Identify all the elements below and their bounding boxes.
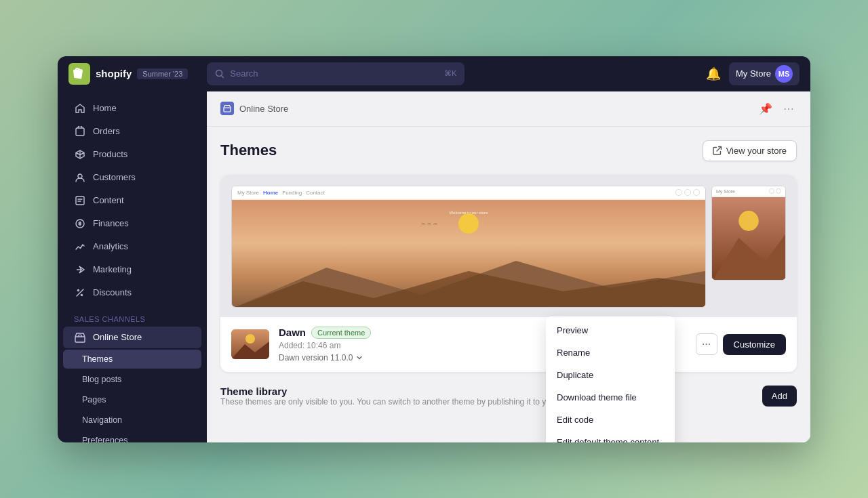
preview-desktop-content: Welcome to our store [232,200,705,308]
sidebar-label-products: Products [93,149,127,159]
theme-more-button[interactable]: ··· [696,333,717,355]
page-title-row: Themes View your store [220,140,797,161]
store-button[interactable]: My Store MS [729,62,800,85]
sidebar-item-products[interactable]: Products [63,144,201,165]
sidebar-item-analytics[interactable]: Analytics [63,236,201,257]
search-input[interactable] [230,68,439,79]
store-icon [74,331,86,344]
avatar: MS [775,65,793,83]
sidebar-label-pages: Pages [82,395,106,404]
sidebar-item-customers[interactable]: Customers [63,167,201,188]
search-bar: ⌘K [207,62,465,85]
svg-point-19 [245,334,255,344]
shopify-logo [68,63,90,85]
sidebar-item-finances[interactable]: Finances [63,213,201,234]
theme-preview-area: My Store Home Funding Contact [220,175,797,317]
svg-rect-1 [76,128,84,136]
svg-marker-14 [232,271,705,308]
search-icon [215,69,224,79]
theme-thumbnail [231,329,269,359]
sidebar-item-home[interactable]: Home [63,98,201,119]
sidebar-item-blog-posts[interactable]: Blog posts [63,370,201,389]
sales-channels-label: Sales channels [63,310,201,326]
logo-area: shopify Summer '23 [68,63,188,85]
sidebar-label-online-store: Online Store [93,332,142,342]
sidebar-item-navigation[interactable]: Navigation [63,411,201,430]
theme-actions: ··· Customize [696,333,786,355]
dropdown-item-edit-code[interactable]: Edit code [546,409,675,431]
dropdown-menu: Preview Rename Duplicate Download theme … [546,316,675,442]
content-icon [74,194,86,207]
dropdown-item-edit-default[interactable]: Edit default theme content [546,431,675,442]
header-actions: 📌 ⋯ [756,100,797,118]
preview-desktop: My Store Home Funding Contact [231,186,706,308]
summer-badge: Summer '23 [137,68,188,79]
main-layout: Home Orders Products Customers [58,91,810,442]
search-shortcut: ⌘K [444,69,456,78]
breadcrumb-store-icon [220,102,234,115]
pin-button[interactable]: 📌 [756,100,775,118]
page-title: Themes [220,142,277,159]
content-scroll: Themes View your store My Store Home F [207,127,810,442]
theme-card: My Store Home Funding Contact [220,175,797,372]
svg-rect-5 [75,337,85,342]
sidebar-label-discounts: Discounts [93,287,132,297]
sidebar-item-themes[interactable]: Themes [63,350,201,369]
chevron-down-icon [355,354,363,362]
theme-info-row: Dawn Current theme Added: 10:46 am Dawn … [220,317,797,372]
preview-mobile-content [712,197,785,281]
svg-point-16 [738,211,758,231]
svg-rect-12 [224,108,231,112]
content-area: Online Store 📌 ⋯ Themes View your store [207,91,810,442]
sidebar-item-online-store[interactable]: Online Store [63,327,201,348]
dropdown-item-rename[interactable]: Rename [546,341,675,364]
marketing-icon [74,264,86,276]
sidebar-label-orders: Orders [93,126,120,136]
sidebar-item-content[interactable]: Content [63,190,201,211]
theme-library-header: Theme library These themes are only visi… [220,383,797,407]
preview-mobile: My Store [711,186,786,281]
theme-library-title: Theme library [220,386,580,397]
products-icon [74,148,86,161]
preview-mobile-bar: My Store [712,186,785,197]
orders-icon [74,125,86,138]
theme-library-title-wrap: Theme library These themes are only visi… [220,386,580,407]
sidebar-label-preferences: Preferences [82,436,127,442]
sidebar-label-themes: Themes [82,354,113,364]
add-theme-button[interactable]: Add [762,386,797,407]
dropdown-item-duplicate[interactable]: Duplicate [546,364,675,386]
store-name-label: My Store [736,68,771,79]
dropdown-item-download[interactable]: Download theme file [546,386,675,409]
more-button[interactable]: ⋯ [781,100,797,118]
sidebar-label-home: Home [93,103,117,113]
svg-rect-3 [76,196,84,205]
discounts-icon [74,287,86,299]
theme-name: Dawn [279,327,306,338]
topbar-right: 🔔 My Store MS [706,62,800,85]
dropdown-item-preview[interactable]: Preview [546,319,675,341]
svg-point-2 [78,174,82,178]
sidebar-label-navigation: Navigation [82,415,122,425]
theme-library-desc: These themes are only visible to you. Yo… [220,397,580,407]
sidebar-item-preferences[interactable]: Preferences [63,431,201,442]
external-link-icon [713,146,722,155]
sidebar-label-content: Content [93,195,124,205]
sidebar-label-marketing: Marketing [93,264,132,274]
sidebar-item-discounts[interactable]: Discounts [63,282,201,304]
sidebar-item-orders[interactable]: Orders [63,121,201,142]
sidebar: Home Orders Products Customers [58,91,207,442]
home-icon [74,102,86,115]
sidebar-label-blog-posts: Blog posts [82,375,121,384]
bell-icon[interactable]: 🔔 [706,66,721,81]
sidebar-item-pages[interactable]: Pages [63,390,201,409]
shopify-wordmark: shopify [96,68,132,79]
sidebar-item-marketing[interactable]: Marketing [63,259,201,281]
customize-button[interactable]: Customize [723,334,786,355]
breadcrumb-text: Online Store [239,104,288,114]
finances-icon [74,217,86,230]
view-store-button[interactable]: View your store [703,140,797,161]
view-store-label: View your store [726,146,787,156]
sidebar-label-finances: Finances [93,218,129,228]
svg-point-0 [216,70,222,76]
customers-icon [74,171,86,184]
